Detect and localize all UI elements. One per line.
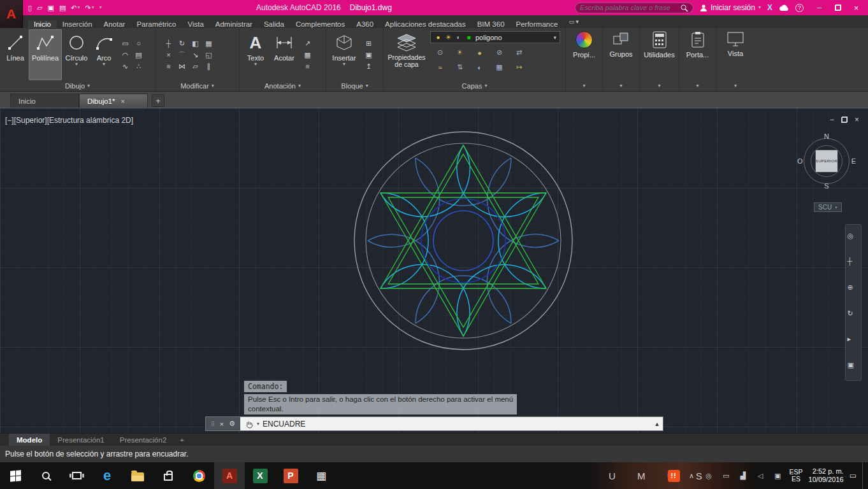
signin-button[interactable]: Iniciar sesión ▾ bbox=[700, 3, 761, 12]
file-tab-dibujo1[interactable]: Dibujo1*× bbox=[79, 94, 148, 108]
erase-tool-icon[interactable]: × bbox=[163, 50, 175, 60]
table-tool-icon[interactable]: ▦ bbox=[301, 50, 314, 60]
showmotion-icon[interactable]: ▸ bbox=[848, 336, 860, 346]
create-block-tool-icon[interactable]: ⊞ bbox=[363, 38, 375, 49]
file-explorer-app-icon[interactable] bbox=[122, 462, 153, 489]
layer-walk-icon[interactable]: ↦ bbox=[513, 62, 525, 73]
layout-tab-presentaci-n1[interactable]: Presentación1 bbox=[50, 434, 112, 446]
store-app-icon[interactable] bbox=[153, 462, 184, 489]
search-button[interactable] bbox=[31, 462, 61, 489]
navigation-more-icon[interactable]: ▣ bbox=[848, 362, 860, 372]
command-grip-icon[interactable]: ⣿ bbox=[211, 421, 215, 427]
action-center-icon[interactable]: ▭ bbox=[850, 471, 857, 480]
ribbon-tab-bim-360[interactable]: BIM 360 bbox=[472, 20, 510, 28]
layer-select-dropdown[interactable]: ●☀◐■ poligono ▾ bbox=[430, 31, 560, 43]
ribbon-tab-aplicaciones-destacadas[interactable]: Aplicaciones destacadas bbox=[379, 20, 472, 28]
view-window-icon[interactable] bbox=[727, 31, 744, 47]
text-dropdown-icon[interactable]: ▾ bbox=[254, 62, 257, 67]
spline-tool-icon[interactable]: ∿ bbox=[119, 61, 131, 72]
people-tray-icon[interactable]: ◎ bbox=[703, 471, 715, 481]
utilities-calculator-icon[interactable] bbox=[653, 31, 667, 48]
rectangle-tool-icon[interactable]: ▭ bbox=[119, 38, 131, 49]
circle-tool-button[interactable]: Círculo ▾ bbox=[62, 29, 91, 80]
ellipse-tool-icon[interactable]: ○ bbox=[133, 38, 145, 49]
pan-icon[interactable]: ┼ bbox=[848, 258, 860, 269]
command-line-bar[interactable]: ⣿ × ⚙ ▾ ENCUADRE ▲ bbox=[205, 416, 663, 431]
message-tray-icon[interactable]: ▣ bbox=[772, 471, 784, 481]
layer-color-swatch[interactable]: ■ bbox=[465, 33, 473, 41]
save-icon[interactable]: ▣ bbox=[48, 4, 54, 12]
hidden-icons-chevron[interactable]: ∧ bbox=[686, 471, 698, 481]
new-layout-button[interactable]: + bbox=[174, 434, 190, 446]
layer-lock-icon[interactable]: ◐ bbox=[454, 33, 463, 41]
qat-menu-icon[interactable]: ▾ bbox=[99, 5, 102, 10]
fillet-tool-icon[interactable]: ⌒ bbox=[176, 50, 188, 60]
language-indicator[interactable]: ESP ES bbox=[790, 469, 803, 483]
layer-unisolate-icon[interactable]: ⊘ bbox=[493, 47, 505, 58]
dimension-tool-button[interactable]: Acotar bbox=[270, 29, 299, 80]
circle-dropdown-icon[interactable]: ▾ bbox=[75, 62, 78, 67]
viewcube-west[interactable]: O bbox=[797, 157, 803, 165]
layer-states-icon[interactable]: ▦ bbox=[493, 62, 505, 73]
powerpoint-app-icon[interactable]: P bbox=[275, 462, 306, 489]
panel-footer-grupos[interactable]: ▾ bbox=[603, 80, 639, 91]
viewcube-face-superior[interactable]: SUPERIOR bbox=[815, 150, 838, 173]
viewcube-east[interactable]: E bbox=[851, 157, 856, 165]
search-input[interactable] bbox=[580, 4, 677, 11]
panel-footer-vista[interactable]: ▾ bbox=[716, 80, 755, 91]
file-tab-inicio[interactable]: Inicio bbox=[10, 94, 79, 108]
scu-control[interactable]: SCU ▾ bbox=[814, 202, 842, 212]
redo-icon[interactable]: ↷▾ bbox=[85, 4, 94, 12]
viewport-controls[interactable]: [−][Superior][Estructura alámbrica 2D] bbox=[5, 116, 133, 125]
clipboard-icon[interactable] bbox=[691, 31, 705, 48]
command-input[interactable]: ▾ ENCUADRE bbox=[240, 417, 651, 430]
ribbon-tab-anotar[interactable]: Anotar bbox=[98, 20, 131, 28]
scale-tool-icon[interactable]: ◱ bbox=[203, 50, 215, 60]
rotate-tool-icon[interactable]: ↻ bbox=[176, 38, 188, 49]
text-tool-button[interactable]: A Texto ▾ bbox=[242, 29, 270, 80]
task-view-button[interactable] bbox=[61, 462, 92, 489]
viewcube-north[interactable]: N bbox=[824, 132, 829, 140]
viewcube[interactable]: N E S O SUPERIOR bbox=[800, 134, 853, 188]
show-desktop-button[interactable] bbox=[862, 462, 865, 489]
ribbon-tab-inserci-n[interactable]: Inserción bbox=[57, 20, 98, 28]
layer-freeze-icon[interactable]: ☀ bbox=[454, 47, 466, 58]
layer-on-bulb-icon[interactable]: ● bbox=[434, 33, 442, 41]
volume-tray-icon[interactable]: ◁ bbox=[755, 471, 767, 481]
arc-tool-button[interactable]: Arco ▾ bbox=[91, 29, 117, 80]
ribbon-tab-a360[interactable]: A360 bbox=[351, 20, 379, 28]
help-search-box[interactable] bbox=[575, 3, 693, 13]
layer-previous-icon[interactable]: ⇅ bbox=[454, 62, 466, 73]
mirror-tool-icon[interactable]: ◧ bbox=[189, 38, 201, 49]
layer-dropdown-chevron-icon[interactable]: ▾ bbox=[553, 34, 556, 41]
exchange-apps-icon[interactable]: X bbox=[767, 3, 772, 12]
print-icon[interactable]: ▤ bbox=[59, 4, 66, 12]
file-tab-close-icon[interactable]: × bbox=[120, 97, 124, 105]
navigation-wheel-icon[interactable]: ◎ bbox=[848, 232, 860, 243]
ribbon-tab-param-trico[interactable]: Paramétrico bbox=[131, 20, 182, 28]
panel-footer-dibujo[interactable]: Dibujo▾ bbox=[0, 80, 155, 91]
viewport-minimize-icon[interactable]: − bbox=[830, 115, 834, 124]
layer-freeze-sun-icon[interactable]: ☀ bbox=[444, 33, 452, 41]
array-tool-icon[interactable]: ▦ bbox=[203, 38, 215, 49]
new-file-icon[interactable]: ▯ bbox=[28, 4, 32, 12]
arc-segment-tool-icon[interactable]: ◠ bbox=[119, 50, 131, 60]
zoom-icon[interactable]: ⊕ bbox=[848, 284, 860, 295]
layer-off-icon[interactable]: ● bbox=[474, 47, 486, 58]
stretch-tool-icon[interactable]: ↘ bbox=[189, 50, 201, 60]
orbit-icon[interactable]: ↻ bbox=[848, 310, 860, 321]
explode-tool-icon[interactable]: ▱ bbox=[189, 61, 201, 72]
start-button[interactable] bbox=[0, 462, 31, 489]
panel-footer-capas[interactable]: Capas▾ bbox=[384, 80, 565, 91]
ribbon-tab-vista[interactable]: Vista bbox=[182, 20, 209, 28]
restore-button[interactable] bbox=[828, 0, 847, 15]
command-close-icon[interactable]: × bbox=[220, 420, 224, 428]
block-attributes-tool-icon[interactable]: ↥ bbox=[363, 61, 375, 72]
taskbar-clock[interactable]: 2:52 p. m. 10/09/2016 bbox=[809, 467, 844, 484]
application-menu-button[interactable]: A bbox=[0, 0, 23, 28]
move-tool-icon[interactable]: ┼ bbox=[163, 38, 175, 49]
battery-tray-icon[interactable]: ▭ bbox=[720, 471, 732, 481]
open-folder-icon[interactable]: ▱ bbox=[37, 4, 42, 12]
help-icon[interactable]: ? bbox=[795, 4, 804, 12]
layer-properties-button[interactable]: Propiedades de capa bbox=[386, 29, 428, 80]
